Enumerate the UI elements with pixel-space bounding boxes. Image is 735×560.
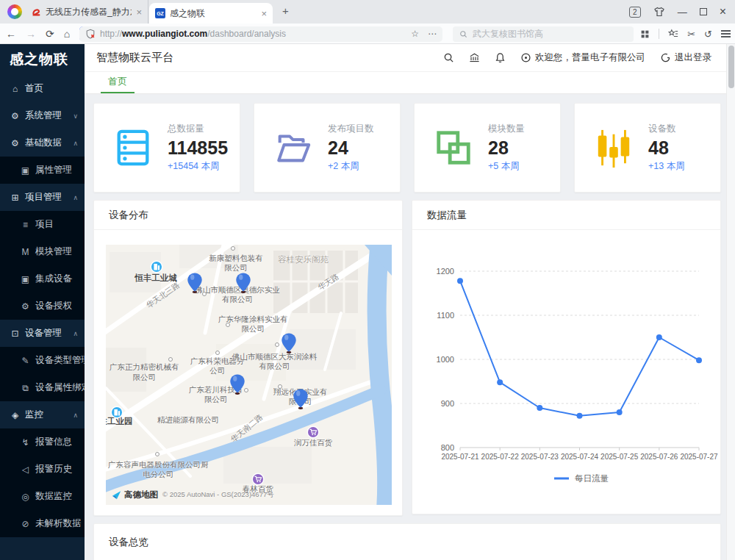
tab-favicon-gz: GZ (155, 8, 165, 18)
svg-text:2025-07-23: 2025-07-23 (521, 453, 559, 461)
sidebar-item-system-management[interactable]: ⚙ 系统管理 ∨ (0, 102, 85, 129)
back-button[interactable]: ← (6, 28, 16, 40)
sidebar-item-module-management[interactable]: M 模块管理 (0, 238, 85, 265)
more-options-icon[interactable]: ⋯ (428, 29, 437, 39)
database-icon (113, 128, 153, 168)
browser-logo-icon[interactable] (7, 4, 22, 19)
map-copyright: © 2025 AutoNavi - GS(2023)4677号 (162, 490, 274, 500)
tab-count-badge[interactable]: 2 (629, 7, 641, 18)
logout-label: 退出登录 (675, 51, 711, 64)
logout-button[interactable]: 退出登录 (660, 51, 711, 64)
map-place-label: 润万佳百货 (280, 439, 346, 448)
map-place-label: 精进能源有限公司 (140, 415, 236, 425)
maximize-button[interactable] (700, 8, 707, 15)
sidebar-item-device-management[interactable]: ⊡ 设备管理 ∧ (0, 320, 85, 347)
map-place-label: 广东正力精密机械有限公司 (109, 362, 179, 381)
map-poi-dot (155, 452, 159, 456)
sidebar-item-project-management[interactable]: ⊞ 项目管理 ∧ (0, 184, 85, 211)
chart-legend-item[interactable]: 每日流量 (554, 474, 609, 483)
bookmark-star-icon[interactable]: ☆ (411, 29, 419, 39)
map-poi-dot (215, 351, 220, 355)
device-map-pin[interactable] (281, 333, 296, 354)
lightning-icon: ↯ (20, 437, 31, 448)
device-map-pin[interactable] (187, 273, 202, 294)
tab-close-icon[interactable]: × (261, 8, 267, 19)
amap-logo-text: 高德地图 (124, 489, 158, 500)
scrollbar-thumb[interactable] (728, 46, 734, 88)
welcome-text: 欢迎您，普量电子有限公司 (535, 51, 645, 64)
browser-tab-1[interactable]: 无线压力传感器_静力水准仪_ × (25, 0, 148, 24)
address-bar[interactable]: http://www.puliangiot.com/dashboard/anal… (79, 26, 442, 42)
tab-home-active[interactable]: 首页 (105, 75, 130, 93)
amap-logo-icon (112, 490, 121, 500)
sidebar-item-integrated-device[interactable]: ▣ 集成设备 (0, 265, 85, 292)
sidebar-item-alarm-info[interactable]: ↯ 报警信息 (0, 428, 85, 456)
header-search-icon[interactable] (443, 52, 454, 63)
device-map-pin[interactable] (229, 374, 245, 395)
toolbar-separator (659, 29, 659, 39)
map-poi-dot (164, 418, 168, 423)
map-attribution: 高德地图 © 2025 AutoNavi - GS(2023)4677号 (112, 489, 274, 500)
new-tab-button[interactable]: + (282, 4, 289, 17)
main-area: 智慧物联云平台 欢迎您，普量电子有限公司 退出登录 首页 (85, 44, 726, 560)
sidebar-item-device-authorization[interactable]: ⚙ 设备授权 (0, 292, 85, 320)
device-map[interactable]: 新康塑料包装有限公司容桂安乐阁苑恒丰工业城佛山市顺德区奥德尔实业有限公司广东华隆… (106, 245, 392, 505)
sidebar-item-project[interactable]: ≡ 项目 (0, 211, 85, 238)
sidebar-item-base-data[interactable]: ⚙ 基础数据 ∧ (0, 129, 85, 157)
sidebar: 感之物联 ⌂ 首页 ⚙ 系统管理 ∨ ⚙ 基础数据 ∧ ▣ 属性管理 ⊞ 项目管… (0, 44, 85, 560)
tab-title: 感之物联 (170, 7, 205, 20)
browser-search-box[interactable]: 武大复核图书馆高 (453, 26, 634, 42)
browser-menu-icon[interactable] (721, 29, 731, 39)
reload-button[interactable]: ⟳ (46, 28, 54, 40)
stat-card-module-count: 模块数量 28 +5 本周 (414, 103, 561, 193)
shopping-poi-icon[interactable] (251, 473, 265, 486)
sidebar-item-device-attribute-binding[interactable]: ⧉ 设备属性绑定 (0, 374, 85, 401)
welcome-user[interactable]: 欢迎您，普量电子有限公司 (520, 51, 645, 64)
tab-close-icon[interactable]: × (136, 7, 142, 18)
forward-button[interactable]: → (26, 28, 36, 40)
sidebar-item-data-monitoring[interactable]: ◎ 数据监控 (0, 483, 85, 510)
shopping-poi-icon[interactable] (306, 426, 320, 439)
stat-label: 模块数量 (488, 123, 525, 135)
page-viewport: 感之物联 ⌂ 首页 ⚙ 系统管理 ∨ ⚙ 基础数据 ∧ ▣ 属性管理 ⊞ 项目管… (0, 44, 735, 560)
map-poi-dot (168, 357, 173, 362)
device-map-pin[interactable] (235, 273, 251, 294)
stat-card-device-count: 设备数 48 +13 本周 (574, 103, 721, 193)
sidebar-item-unparsed-data[interactable]: ⊘ 未解析数据 (0, 510, 85, 537)
browser-home-button[interactable]: ⌂ (64, 28, 70, 40)
minimize-button[interactable]: — (678, 7, 687, 18)
app-logo[interactable]: 感之物联 (0, 44, 85, 75)
browser-tab-2-active[interactable]: GZ 感之物联 × (149, 3, 273, 24)
insecure-shield-icon[interactable] (85, 29, 96, 39)
sidebar-item-monitoring[interactable]: ◈ 监控 ∧ (0, 401, 85, 428)
apps-grid-icon[interactable] (640, 29, 650, 39)
notification-bell-icon[interactable] (495, 52, 506, 63)
screenshot-scissors-icon[interactable]: ✂ (687, 29, 695, 40)
map-place-label: 容桂安乐阁苑 (278, 254, 329, 265)
svg-text:2025-07-24: 2025-07-24 (561, 453, 599, 461)
sidebar-item-attribute-management[interactable]: ▣ 属性管理 (0, 157, 85, 184)
svg-text:1200: 1200 (437, 267, 454, 276)
building-poi-icon[interactable] (150, 260, 163, 273)
building-poi-icon[interactable] (110, 406, 123, 419)
device-map-pin[interactable] (293, 389, 308, 410)
square-icon: ▣ (20, 274, 31, 284)
map-poi-dot (231, 246, 235, 251)
favorites-list-icon[interactable] (668, 29, 678, 39)
sidebar-item-home[interactable]: ⌂ 首页 (0, 75, 85, 102)
grid-icon: ⊞ (10, 193, 21, 203)
theme-shirt-icon[interactable] (653, 6, 665, 18)
panel-title: 设备总览 (94, 524, 720, 549)
user-dot-icon (520, 52, 531, 63)
app-header: 智慧物联云平台 欢迎您，普量电子有限公司 退出登录 (85, 44, 726, 72)
history-undo-icon[interactable]: ↺ (704, 29, 712, 40)
data-flow-panel: 数据流量 8009001000110012002025-07-212025-07… (412, 200, 721, 514)
sidebar-item-device-type-management[interactable]: ✎ 设备类型管理 (0, 347, 85, 374)
page-tab-bar: 首页 (85, 72, 726, 94)
close-button[interactable]: × (720, 5, 726, 18)
page-scrollbar[interactable] (726, 44, 735, 560)
bank-icon[interactable] (469, 52, 480, 63)
tag-icon: ◈ (10, 410, 21, 420)
svg-text:每日流量: 每日流量 (575, 474, 609, 483)
sidebar-item-alarm-history[interactable]: ◁ 报警历史 (0, 456, 85, 483)
